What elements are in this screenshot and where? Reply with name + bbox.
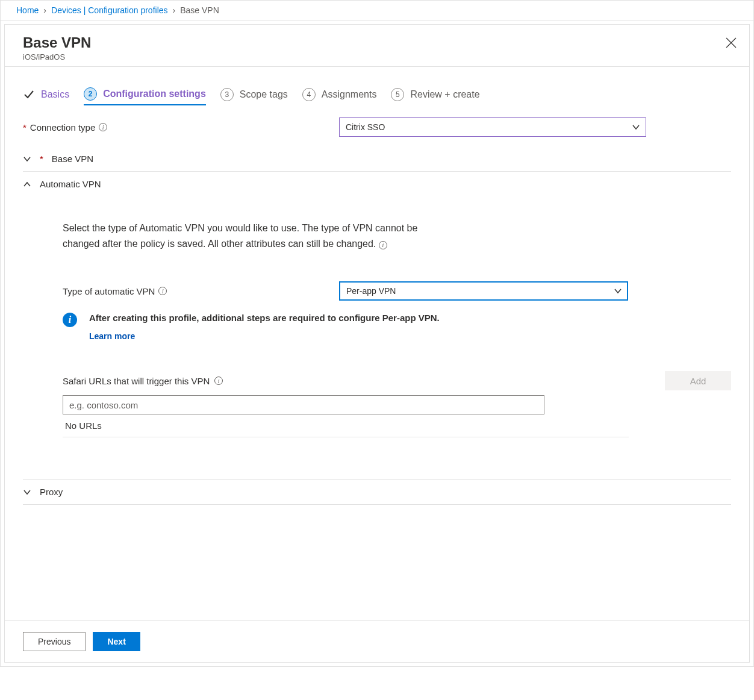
- step-scope-tags[interactable]: 3 Scope tags: [220, 88, 288, 101]
- section-title: Proxy: [40, 487, 63, 497]
- section-automatic-vpn-header[interactable]: Automatic VPN: [23, 172, 731, 196]
- chevron-down-icon: [23, 488, 31, 496]
- info-callout: i After creating this profile, additiona…: [63, 313, 731, 341]
- automatic-vpn-type-label: Type of automatic VPN i: [63, 286, 339, 296]
- connection-type-label: * Connection type i: [23, 122, 339, 133]
- info-icon[interactable]: i: [99, 123, 107, 131]
- step-number: 3: [220, 88, 234, 101]
- section-title: Base VPN: [52, 154, 93, 164]
- automatic-vpn-type-select[interactable]: Per-app VPN: [339, 281, 628, 301]
- info-message: After creating this profile, additional …: [89, 313, 440, 323]
- step-number: 2: [84, 87, 97, 101]
- select-value: Citrix SSO: [346, 122, 385, 132]
- breadcrumb-devices[interactable]: Devices | Configuration profiles: [51, 5, 168, 15]
- section-title: Automatic VPN: [40, 179, 101, 189]
- learn-more-link[interactable]: Learn more: [89, 331, 440, 341]
- section-proxy-header[interactable]: Proxy: [23, 480, 731, 504]
- close-icon: [724, 36, 738, 50]
- step-number: 5: [391, 88, 404, 101]
- automatic-vpn-description: Select the type of Automatic VPN you wou…: [63, 220, 448, 251]
- breadcrumb: Home › Devices | Configuration profiles …: [1, 1, 753, 20]
- breadcrumb-current: Base VPN: [180, 5, 219, 15]
- step-configuration-settings[interactable]: 2 Configuration settings: [84, 87, 206, 105]
- label-text: Connection type: [30, 122, 95, 133]
- chevron-right-icon: ›: [173, 5, 176, 15]
- label-text: Safari URLs that will trigger this VPN: [63, 376, 210, 386]
- chevron-up-icon: [23, 180, 31, 189]
- chevron-down-icon: [23, 155, 31, 163]
- label-text: Type of automatic VPN: [63, 286, 155, 296]
- info-icon[interactable]: i: [214, 377, 223, 385]
- step-label: Review + create: [410, 89, 479, 100]
- safari-urls-label: Safari URLs that will trigger this VPN i: [63, 376, 223, 386]
- step-basics[interactable]: Basics: [23, 89, 69, 101]
- chevron-right-icon: ›: [43, 5, 46, 15]
- step-label: Scope tags: [240, 89, 288, 100]
- breadcrumb-home[interactable]: Home: [16, 5, 39, 15]
- select-value: Per-app VPN: [346, 286, 396, 296]
- chevron-down-icon: [632, 123, 640, 131]
- required-indicator: *: [23, 122, 26, 133]
- previous-button[interactable]: Previous: [23, 632, 86, 651]
- step-number: 4: [302, 88, 316, 101]
- chevron-down-icon: [614, 287, 622, 295]
- add-url-button[interactable]: Add: [665, 371, 731, 390]
- next-button[interactable]: Next: [93, 632, 140, 651]
- step-label: Basics: [41, 89, 69, 100]
- info-icon: i: [63, 313, 77, 327]
- safari-url-input[interactable]: [63, 395, 544, 414]
- required-indicator: *: [40, 154, 43, 164]
- connection-type-select[interactable]: Citrix SSO: [339, 117, 646, 137]
- info-icon[interactable]: i: [158, 287, 167, 295]
- step-label: Assignments: [322, 89, 377, 100]
- step-label: Configuration settings: [103, 89, 206, 99]
- step-review-create[interactable]: 5 Review + create: [391, 88, 479, 101]
- section-base-vpn-header[interactable]: * Base VPN: [23, 146, 731, 171]
- checkmark-icon: [23, 89, 35, 101]
- close-button[interactable]: [724, 36, 738, 50]
- info-icon[interactable]: i: [379, 241, 387, 249]
- no-urls-text: No URLs: [63, 414, 629, 437]
- page-subtitle: iOS/iPadOS: [23, 52, 731, 61]
- wizard-footer: Previous Next: [5, 620, 749, 662]
- wizard-steps: Basics 2 Configuration settings 3 Scope …: [23, 87, 731, 102]
- step-assignments[interactable]: 4 Assignments: [302, 88, 377, 101]
- page-title: Base VPN: [23, 34, 731, 51]
